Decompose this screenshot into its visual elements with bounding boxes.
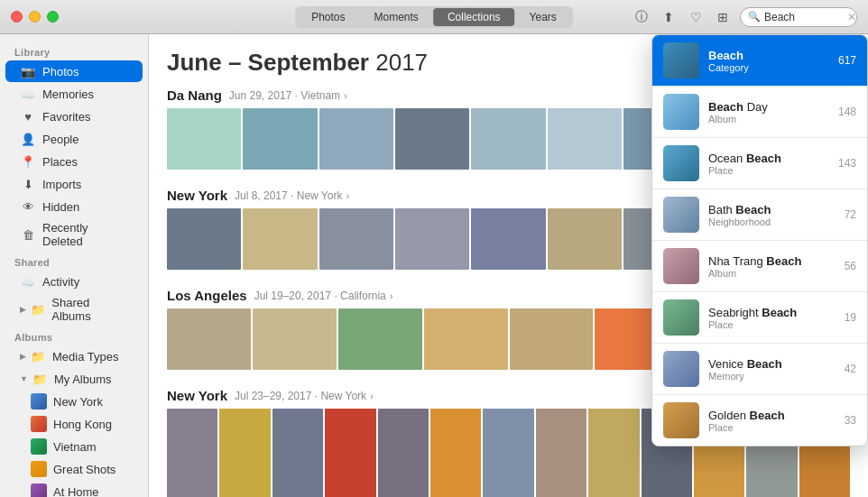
sidebar-shared-albums-label: Shared Albums <box>51 296 128 323</box>
slideshow-icon[interactable]: ⊞ <box>713 7 733 27</box>
dropdown-item-nha-trang[interactable]: Nha Trang Beach Album 56 <box>652 241 867 291</box>
group-arrow-ny1[interactable]: › <box>346 190 349 201</box>
photo-cell[interactable] <box>167 208 241 270</box>
sidebar-album-at-home[interactable]: At Home <box>5 481 143 497</box>
sidebar-item-photos[interactable]: 📷 Photos <box>5 60 143 82</box>
info-icon[interactable]: ⓘ <box>632 7 651 27</box>
photo-cell[interactable] <box>338 308 422 370</box>
album-gs-label: Great Shots <box>53 463 115 476</box>
group-arrow-danang[interactable]: › <box>344 90 347 101</box>
search-clear-icon[interactable]: ✕ <box>847 11 856 23</box>
library-label: Library <box>0 41 148 60</box>
activity-icon: ☁️ <box>20 273 36 290</box>
sidebar-album-vietnam[interactable]: Vietnam <box>5 436 143 457</box>
photo-cell[interactable] <box>471 208 545 270</box>
photo-cell[interactable] <box>378 409 429 497</box>
photo-cell[interactable] <box>167 108 241 170</box>
photo-cell[interactable] <box>548 208 622 270</box>
search-icon: 🔍 <box>748 11 761 23</box>
photo-cell[interactable] <box>588 409 639 497</box>
sidebar-item-imports[interactable]: ⬇ Imports <box>5 173 143 195</box>
search-input[interactable] <box>764 11 845 23</box>
album-ny-label: New York <box>53 395 103 409</box>
dd-text-seabright: Seabright Beach Place <box>708 306 839 330</box>
my-albums-icon: 📁 <box>32 371 48 387</box>
sidebar-item-hidden-label: Hidden <box>42 200 79 214</box>
dropdown-item-bath-beach[interactable]: Bath Beach Neighborhood 72 <box>652 189 867 240</box>
photo-cell[interactable] <box>167 409 217 497</box>
search-dropdown: Beach Category 617 Beach Day Album 148 <box>651 34 868 446</box>
share-icon[interactable]: ⬆ <box>659 7 679 27</box>
tab-years[interactable]: Years <box>515 8 571 26</box>
dd-text-nha: Nha Trang Beach Album <box>708 254 839 279</box>
dd-thumb-beachday <box>663 94 699 130</box>
dd-thumb-nha <box>663 248 699 284</box>
maximize-button[interactable] <box>47 11 59 23</box>
dropdown-item-seabright[interactable]: Seabright Beach Place 19 <box>652 292 867 343</box>
dd-sub-golden: Place <box>708 422 839 433</box>
sidebar-album-great-shots[interactable]: Great Shots <box>5 458 143 480</box>
sidebar-item-people[interactable]: 👤 People <box>5 128 143 150</box>
photo-cell[interactable] <box>167 308 251 370</box>
photo-cell[interactable] <box>272 409 323 497</box>
tab-collections[interactable]: Collections <box>433 8 515 26</box>
photo-cell[interactable] <box>253 308 337 370</box>
photo-cell[interactable] <box>243 208 317 270</box>
sidebar-album-new-york[interactable]: New York <box>5 391 143 412</box>
sidebar-item-my-albums[interactable]: ▼ 📁 My Albums <box>5 368 143 390</box>
sidebar-item-memories[interactable]: ☁️ Memories <box>5 83 143 105</box>
tab-moments[interactable]: Moments <box>360 8 433 26</box>
photo-cell[interactable] <box>325 409 375 497</box>
sidebar-item-favorites-label: Favorites <box>42 110 90 124</box>
photo-cell[interactable] <box>219 409 270 497</box>
dd-sub-bath: Neighborhood <box>708 216 839 227</box>
tab-photos[interactable]: Photos <box>297 8 359 26</box>
photo-cell[interactable] <box>483 409 533 497</box>
shared-label: Shared <box>0 252 148 270</box>
photo-cell[interactable] <box>243 108 317 170</box>
heart-icon[interactable]: ♡ <box>686 7 706 27</box>
minimize-button[interactable] <box>29 11 41 23</box>
photo-cell[interactable] <box>548 108 622 170</box>
photo-cell[interactable] <box>395 108 469 170</box>
group-city-la: Los Angeles <box>167 288 247 303</box>
dropdown-item-beach-day[interactable]: Beach Day Album 148 <box>652 87 867 137</box>
sidebar-item-places-label: Places <box>42 155 78 169</box>
chevron-icon-ma: ▼ <box>20 374 28 383</box>
photo-cell[interactable] <box>536 409 586 497</box>
photo-cell[interactable] <box>471 108 545 170</box>
sidebar-item-shared-albums[interactable]: ▶ 📁 Shared Albums <box>5 293 143 326</box>
dd-text-beachday: Beach Day Album <box>708 100 833 124</box>
close-button[interactable] <box>11 11 23 23</box>
dd-text-golden: Golden Beach Place <box>708 409 839 433</box>
sidebar-item-memories-label: Memories <box>42 87 94 101</box>
dropdown-item-golden[interactable]: Golden Beach Place 33 <box>652 395 867 446</box>
dd-count-bath: 72 <box>845 208 856 221</box>
dropdown-item-ocean-beach[interactable]: Ocean Beach Place 143 <box>652 138 867 189</box>
dropdown-item-venice[interactable]: Venice Beach Memory 42 <box>652 344 867 394</box>
photo-cell[interactable] <box>430 409 481 497</box>
search-box[interactable]: 🔍 ✕ <box>740 7 857 27</box>
group-arrow-ny2[interactable]: › <box>370 391 374 401</box>
sidebar-item-recently-deleted[interactable]: 🗑 Recently Deleted <box>5 218 143 251</box>
photo-cell[interactable] <box>319 208 393 270</box>
title-year: 2017 <box>375 49 428 76</box>
dd-sub-beach: Category <box>708 62 833 73</box>
album-thumb-gs <box>31 461 47 477</box>
sidebar-item-favorites[interactable]: ♥ Favorites <box>5 106 143 127</box>
media-types-icon: 📁 <box>30 348 46 364</box>
group-arrow-la[interactable]: › <box>390 290 393 301</box>
group-meta-la: Jul 19–20, 2017 · California <box>254 290 386 302</box>
photo-cell[interactable] <box>424 308 508 370</box>
sidebar-item-places[interactable]: 📍 Places <box>5 151 143 172</box>
photo-cell[interactable] <box>395 208 469 270</box>
dropdown-item-beach-category[interactable]: Beach Category 617 <box>652 35 867 86</box>
folder-icon: 📁 <box>30 301 45 318</box>
sidebar-item-activity[interactable]: ☁️ Activity <box>5 271 143 292</box>
photo-cell[interactable] <box>319 108 393 170</box>
memories-icon: ☁️ <box>20 86 36 102</box>
sidebar-album-hong-kong[interactable]: Hong Kong <box>5 413 143 435</box>
sidebar-item-media-types[interactable]: ▶ 📁 Media Types <box>5 345 143 367</box>
photo-cell[interactable] <box>510 308 594 370</box>
sidebar-item-hidden[interactable]: 👁 Hidden <box>5 196 143 217</box>
